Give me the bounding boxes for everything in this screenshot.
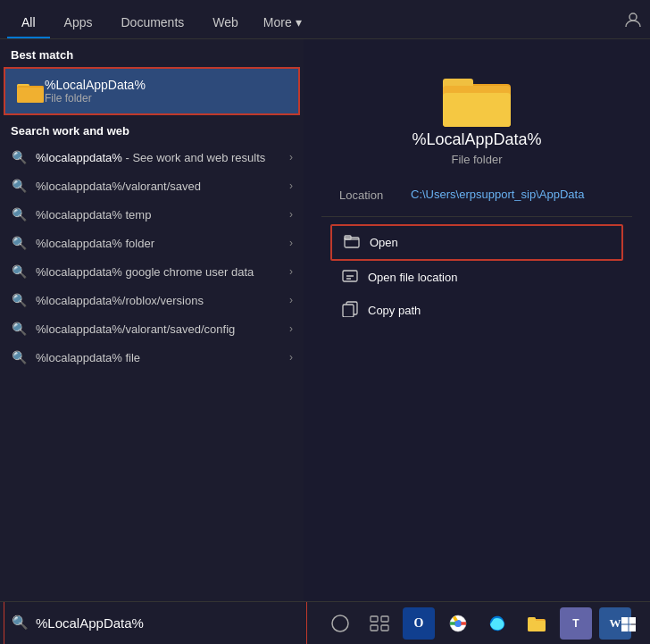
svg-rect-25 bbox=[621, 617, 629, 624]
task-view-button[interactable] bbox=[363, 607, 396, 640]
more-dropdown[interactable]: More ▾ bbox=[253, 8, 312, 38]
tab-documents[interactable]: Documents bbox=[106, 8, 198, 38]
list-item[interactable]: 🔍 %localappdata%/roblox/versions › bbox=[0, 286, 304, 314]
taskbar-icons: O T bbox=[309, 607, 646, 640]
divider bbox=[321, 216, 632, 217]
copy-path-label: Copy path bbox=[368, 304, 421, 317]
svg-point-0 bbox=[629, 13, 637, 21]
edge-icon[interactable] bbox=[481, 607, 513, 640]
tab-web[interactable]: Web bbox=[198, 8, 253, 38]
list-item[interactable]: 🔍 %localappdata%/valorant/saved/config › bbox=[0, 314, 304, 343]
chrome-icon[interactable] bbox=[442, 607, 474, 640]
open-label: Open bbox=[370, 236, 398, 249]
detail-file-type: File folder bbox=[451, 153, 502, 166]
result-text: %localappdata%/valorant/saved bbox=[36, 180, 286, 193]
list-item[interactable]: 🔍 %localappdata%/valorant/saved › bbox=[0, 171, 304, 200]
search-icon: 🔍 bbox=[11, 264, 27, 279]
chevron-right-icon: › bbox=[289, 265, 293, 278]
svg-rect-26 bbox=[629, 617, 637, 624]
svg-rect-13 bbox=[343, 305, 354, 317]
top-nav: All Apps Documents Web More ▾ bbox=[0, 0, 650, 39]
list-item[interactable]: 🔍 %localappdata% - See work and web resu… bbox=[0, 143, 304, 171]
left-panel: Best match %LocalAppData% File folder Se… bbox=[0, 39, 304, 601]
svg-rect-8 bbox=[443, 93, 511, 127]
teams-icon[interactable]: T bbox=[560, 607, 592, 640]
list-item[interactable]: 🔍 %localappdata% folder › bbox=[0, 229, 304, 257]
best-match-type: File folder bbox=[45, 92, 146, 105]
user-icon[interactable] bbox=[623, 10, 643, 33]
open-file-location-button[interactable]: Open file location bbox=[330, 261, 623, 294]
svg-rect-17 bbox=[371, 625, 378, 631]
folder-icon-large bbox=[441, 66, 512, 130]
best-match-name: %LocalAppData% bbox=[45, 78, 146, 92]
list-item[interactable]: 🔍 %localappdata% file › bbox=[0, 343, 304, 372]
list-item[interactable]: 🔍 %localappdata% temp › bbox=[0, 200, 304, 229]
svg-rect-4 bbox=[17, 88, 44, 103]
svg-point-14 bbox=[332, 615, 348, 631]
best-match-info: %LocalAppData% File folder bbox=[45, 78, 146, 105]
list-item[interactable]: 🔍 %localappdata% google chrome user data… bbox=[0, 257, 304, 286]
open-folder-icon bbox=[343, 233, 361, 252]
chevron-right-icon: › bbox=[289, 237, 293, 249]
main-content: Best match %LocalAppData% File folder Se… bbox=[0, 39, 650, 601]
folder-icon-small bbox=[16, 79, 45, 104]
search-icon: 🔍 bbox=[11, 236, 27, 250]
location-value[interactable]: C:\Users\erpsupport_sip\AppData bbox=[411, 188, 584, 201]
start-button[interactable] bbox=[324, 607, 356, 640]
chevron-right-icon: › bbox=[289, 294, 293, 306]
search-web-header: Search work and web bbox=[0, 115, 304, 143]
search-icon: 🔍 bbox=[11, 350, 27, 364]
copy-icon bbox=[341, 301, 359, 320]
search-icon: 🔍 bbox=[11, 150, 27, 164]
action-list: Open Open file location bbox=[321, 224, 632, 327]
location-label: Location bbox=[339, 188, 411, 202]
search-icon: 🔍 bbox=[11, 179, 27, 193]
svg-rect-15 bbox=[371, 616, 378, 622]
search-box-area: 🔍 bbox=[4, 602, 307, 645]
result-text: %localappdata% google chrome user data bbox=[36, 265, 286, 279]
search-icon: 🔍 bbox=[11, 293, 27, 307]
svg-point-21 bbox=[455, 620, 462, 626]
chevron-right-icon: › bbox=[289, 208, 293, 221]
more-label: More bbox=[263, 15, 292, 29]
search-icon: 🔍 bbox=[11, 322, 27, 336]
result-text: %localappdata%/roblox/versions bbox=[36, 294, 286, 307]
file-explorer-icon[interactable] bbox=[521, 607, 553, 640]
search-icon: 🔍 bbox=[11, 207, 27, 222]
svg-rect-27 bbox=[621, 625, 629, 632]
chevron-right-icon: › bbox=[289, 351, 293, 364]
open-file-location-label: Open file location bbox=[368, 271, 457, 284]
best-match-header: Best match bbox=[0, 39, 304, 67]
tab-apps[interactable]: Apps bbox=[50, 8, 107, 38]
search-input[interactable] bbox=[36, 615, 299, 631]
file-location-icon bbox=[341, 268, 359, 287]
result-text: %localappdata% temp bbox=[36, 208, 286, 222]
chevron-right-icon: › bbox=[289, 151, 293, 163]
copy-path-button[interactable]: Copy path bbox=[330, 294, 623, 327]
taskbar: 🔍 O bbox=[0, 601, 650, 644]
location-row: Location C:\Users\erpsupport_sip\AppData bbox=[321, 188, 632, 216]
chevron-right-icon: › bbox=[289, 322, 293, 335]
chevron-right-icon: › bbox=[289, 180, 293, 192]
detail-file-name: %LocalAppData% bbox=[412, 130, 541, 149]
search-box-icon: 🔍 bbox=[12, 615, 29, 631]
best-match-item[interactable]: %LocalAppData% File folder bbox=[4, 67, 300, 115]
result-text: %localappdata% - See work and web result… bbox=[36, 151, 286, 164]
result-text: %localappdata% folder bbox=[36, 237, 286, 250]
chevron-down-icon: ▾ bbox=[296, 15, 302, 29]
right-panel: %LocalAppData% File folder Location C:\U… bbox=[304, 39, 650, 601]
tab-all[interactable]: All bbox=[7, 8, 50, 38]
svg-rect-24 bbox=[528, 621, 546, 631]
open-button[interactable]: Open bbox=[330, 224, 623, 261]
svg-rect-16 bbox=[381, 616, 388, 622]
windows-logo bbox=[614, 610, 643, 639]
result-text: %localappdata%/valorant/saved/config bbox=[36, 322, 286, 336]
svg-rect-18 bbox=[381, 625, 388, 631]
svg-rect-28 bbox=[629, 625, 637, 632]
result-text: %localappdata% file bbox=[36, 351, 286, 364]
outlook-icon[interactable]: O bbox=[403, 607, 435, 640]
